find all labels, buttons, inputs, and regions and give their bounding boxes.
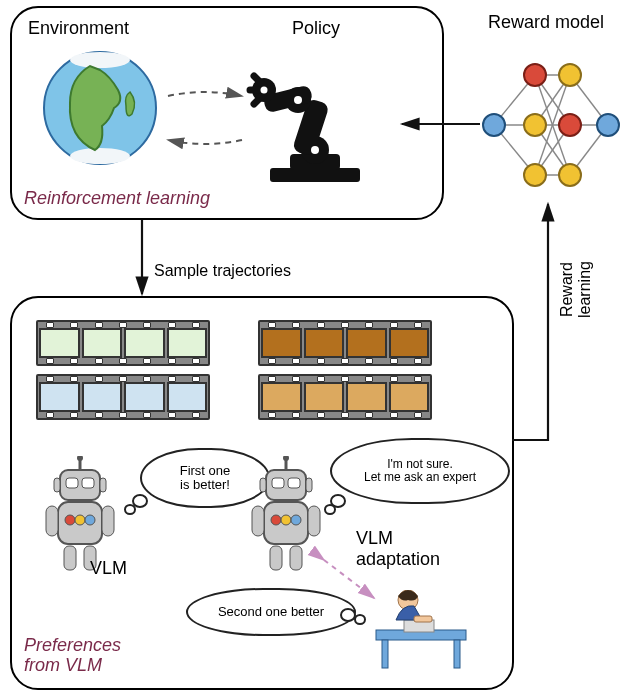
svg-rect-40: [82, 478, 94, 488]
svg-point-31: [524, 164, 546, 186]
vlm-adaptation-label: VLM adaptation: [356, 528, 440, 570]
svg-point-35: [597, 114, 619, 136]
svg-rect-62: [252, 506, 264, 536]
svg-point-61: [291, 515, 301, 525]
svg-rect-48: [102, 506, 114, 536]
svg-rect-49: [64, 546, 76, 570]
svg-point-2: [70, 148, 130, 164]
svg-point-30: [524, 114, 546, 136]
trajectory-pair-left: [36, 320, 210, 428]
svg-rect-42: [100, 478, 106, 492]
svg-point-12: [261, 87, 268, 94]
svg-rect-54: [272, 478, 284, 488]
neural-net-icon: [480, 50, 620, 200]
environment-label: Environment: [28, 18, 129, 39]
svg-rect-64: [270, 546, 282, 570]
text: Reward: [558, 262, 575, 317]
svg-point-32: [559, 64, 581, 86]
reward-learning-label: Reward learning: [558, 261, 593, 318]
svg-point-1: [70, 52, 130, 68]
bubble-text: Second one better: [218, 605, 324, 619]
svg-point-46: [85, 515, 95, 525]
bubble-text: I'm not sure. Let me ask an expert: [364, 458, 476, 484]
svg-point-10: [311, 146, 319, 154]
preferences-caption: Preferences from VLM: [24, 636, 121, 676]
diagram-canvas: Environment Policy Reinforcement learnin…: [0, 0, 638, 696]
vlm-uncertain-robot-icon: [246, 456, 326, 576]
bubble-dot-icon: [324, 504, 336, 515]
svg-rect-65: [290, 546, 302, 570]
sample-trajectories-label: Sample trajectories: [154, 262, 291, 280]
reward-model-title: Reward model: [488, 12, 604, 33]
svg-point-37: [77, 456, 83, 461]
filmstrip-icon: [258, 374, 432, 420]
svg-rect-67: [382, 640, 388, 668]
text: learning: [576, 261, 593, 318]
policy-label: Policy: [292, 18, 340, 39]
globe-icon: [40, 48, 160, 168]
filmstrip-icon: [36, 374, 210, 420]
svg-rect-56: [260, 478, 266, 492]
filmstrip-icon: [258, 320, 432, 366]
svg-rect-3: [270, 168, 360, 182]
filmstrip-icon: [36, 320, 210, 366]
svg-rect-39: [66, 478, 78, 488]
svg-rect-63: [308, 506, 320, 536]
svg-point-28: [483, 114, 505, 136]
bubble-text: First one is better!: [180, 464, 231, 493]
text: from VLM: [24, 655, 102, 675]
svg-point-33: [559, 114, 581, 136]
expert-bubble: Second one better: [186, 588, 356, 636]
svg-point-59: [271, 515, 281, 525]
svg-point-52: [283, 456, 289, 461]
svg-rect-47: [46, 506, 58, 536]
svg-rect-55: [288, 478, 300, 488]
svg-rect-57: [306, 478, 312, 492]
text: adaptation: [356, 549, 440, 569]
svg-rect-41: [54, 478, 60, 492]
reinforcement-learning-caption: Reinforcement learning: [24, 188, 210, 209]
svg-rect-71: [414, 616, 432, 622]
text: VLM: [356, 528, 393, 548]
text: Preferences: [24, 635, 121, 655]
expert-person-icon: [356, 590, 486, 670]
svg-point-45: [75, 515, 85, 525]
svg-point-11: [294, 96, 302, 104]
vlm-label: VLM: [90, 558, 127, 579]
bubble-dot-icon: [124, 504, 136, 515]
svg-point-44: [65, 515, 75, 525]
trajectory-pair-right: [258, 320, 432, 428]
svg-point-60: [281, 515, 291, 525]
vlm-unsure-bubble: I'm not sure. Let me ask an expert: [330, 438, 510, 504]
svg-rect-68: [454, 640, 460, 668]
svg-point-34: [559, 164, 581, 186]
svg-point-29: [524, 64, 546, 86]
robot-arm-icon: [240, 50, 380, 190]
